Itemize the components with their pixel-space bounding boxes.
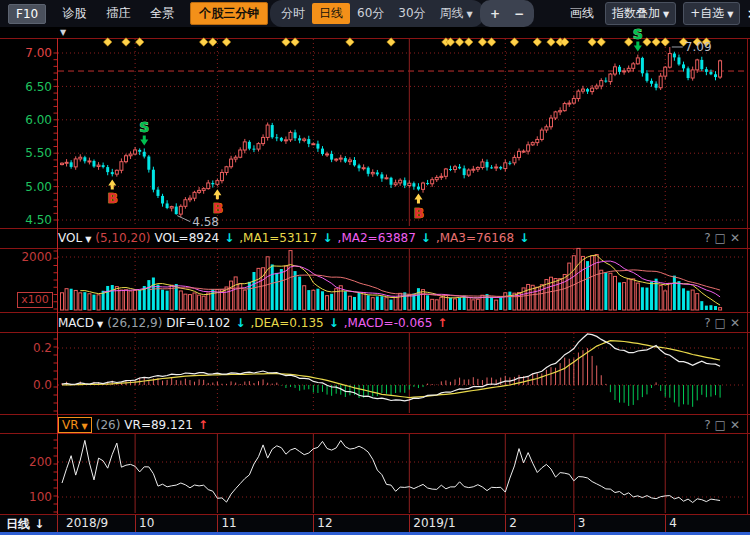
vr-axis-label: 100 — [2, 491, 52, 503]
date-separator — [505, 515, 506, 532]
period-switcher: 分时 日线 60分 30分 周线▼ — [270, 0, 484, 27]
trade-signals: BSBBS — [107, 26, 643, 221]
vr-axis-label: 200 — [2, 456, 52, 468]
maximize-icon[interactable]: □ — [715, 231, 730, 245]
vol-pane-header: VOL▼ (5,10,20) VOL=8924 ↓ ,MA1=53117 ↓ ,… — [58, 229, 746, 247]
vr-indicator-selector[interactable]: VR▼ — [58, 417, 92, 433]
price-axis-label: 5.50 — [2, 147, 52, 159]
svg-text:B: B — [413, 205, 424, 221]
vr-params: (26) — [96, 418, 121, 432]
svg-text:B: B — [107, 190, 118, 206]
close-icon[interactable]: ✕ — [730, 418, 744, 432]
chevron-down-icon: ▼ — [467, 10, 473, 19]
date-label: 4 — [669, 516, 677, 530]
zoom-controls: + − — [480, 0, 534, 27]
help-icon[interactable]: ? — [704, 231, 714, 245]
pane-buttons: ?□✕ — [704, 418, 744, 432]
vol-unit-label: x100 — [17, 292, 53, 308]
help-icon[interactable]: ? — [704, 418, 714, 432]
add-watchlist-button[interactable]: +自选▼ — [683, 2, 740, 25]
macd-axis-label: 0.0 — [2, 379, 52, 391]
macd-indicator-selector[interactable]: MACD▼ — [58, 316, 103, 330]
maximize-icon[interactable]: □ — [715, 316, 730, 330]
zoom-in-button[interactable]: + — [490, 5, 500, 23]
svg-text:7.09: 7.09 — [685, 40, 712, 54]
date-separator — [665, 515, 666, 532]
chart-dropdown-icon[interactable]: ▼ — [60, 28, 66, 37]
up-arrow-icon: ↑ — [437, 316, 447, 330]
down-arrow-icon: ↓ — [323, 231, 333, 245]
macd-dif: DIF=0.102 — [166, 316, 230, 330]
date-label: 2 — [509, 516, 517, 530]
stock-3min-button[interactable]: 个股三分钟 — [190, 2, 268, 25]
tab-weekly[interactable]: 周线▼ — [433, 3, 480, 24]
chart-canvas[interactable]: BSBBS4.587.09 — [0, 0, 750, 535]
close-icon[interactable]: ✕ — [730, 316, 744, 330]
svg-text:S: S — [139, 119, 149, 135]
price-axis-label: 6.00 — [2, 114, 52, 126]
date-separator — [313, 515, 314, 532]
top-toolbar: F10 诊股 擂庄 全景 个股三分钟 分时 日线 60分 30分 周线▼ + −… — [0, 0, 750, 27]
svg-text:4.58: 4.58 — [192, 215, 219, 229]
price-axis-label: 5.00 — [2, 181, 52, 193]
tab-30min[interactable]: 30分 — [391, 3, 432, 24]
help-icon[interactable]: ? — [704, 316, 714, 330]
vol-ma3: ,MA3=76168 — [436, 231, 514, 245]
vol-axis-label: 2000 — [2, 251, 52, 263]
vol-params: (5,10,20) — [95, 231, 150, 245]
chevron-down-icon: ▼ — [85, 235, 91, 244]
toolbar-right: 画线 指数叠加▼ +自选▼ >| — [566, 0, 750, 27]
vol-indicator-selector[interactable]: VOL▼ — [58, 231, 91, 245]
date-separator — [217, 515, 218, 532]
svg-text:S: S — [633, 26, 643, 42]
volume-bars — [61, 248, 722, 310]
draw-line-button[interactable]: 画线 — [566, 3, 598, 24]
zoom-out-button[interactable]: − — [514, 5, 524, 23]
down-arrow-icon: ↓ — [519, 231, 529, 245]
tab-fenshi[interactable]: 分时 — [274, 3, 312, 24]
pane-buttons: ?□✕ — [704, 316, 744, 330]
date-label: 10 — [139, 516, 154, 530]
date-separator — [409, 515, 410, 532]
chevron-down-icon: ▼ — [663, 10, 669, 19]
macd-params: (26,12,9) — [107, 316, 162, 330]
date-label: 2018/9 — [66, 516, 108, 530]
date-label: 3 — [578, 516, 586, 530]
down-arrow-icon: ↓ — [421, 231, 431, 245]
down-arrow-icon: ↓ — [329, 316, 339, 330]
event-diamonds — [103, 38, 710, 46]
tab-daily[interactable]: 日线 — [312, 3, 350, 24]
candlesticks — [61, 47, 722, 217]
vol-value: VOL=8924 — [154, 231, 219, 245]
down-arrow-icon: ↓ — [235, 316, 245, 330]
chevron-down-icon: ▼ — [727, 10, 733, 19]
grid-lines — [58, 39, 746, 513]
down-arrow-icon: ↓ — [30, 517, 44, 531]
vr-line — [62, 440, 720, 502]
macd-axis-label: 0.2 — [2, 342, 52, 354]
vol-ma1: ,MA1=53117 — [239, 231, 317, 245]
vol-ma2: ,MA2=63887 — [338, 231, 416, 245]
f10-button[interactable]: F10 — [8, 4, 46, 24]
index-overlay-button[interactable]: 指数叠加▼ — [605, 2, 676, 25]
date-separator — [135, 515, 136, 532]
menu-diagnose[interactable]: 诊股 — [58, 3, 90, 24]
tab-60min[interactable]: 60分 — [350, 3, 391, 24]
date-separator — [574, 515, 575, 532]
macd-dea: ,DEA=0.135 — [250, 316, 323, 330]
pane-separators — [0, 38, 750, 515]
macd-value: ,MACD=-0.065 — [344, 316, 433, 330]
date-label: 2019/1 — [413, 516, 455, 530]
chevron-down-icon: ▼ — [82, 422, 88, 431]
period-indicator: 日线 ↓ — [6, 516, 44, 533]
menu-panorama[interactable]: 全景 — [146, 3, 178, 24]
down-arrow-icon: ↓ — [224, 231, 234, 245]
menu-leizhuang[interactable]: 擂庄 — [102, 3, 134, 24]
date-axis-bar: 日线 ↓ 2018/91011122019/1234 — [0, 515, 750, 532]
close-icon[interactable]: ✕ — [730, 231, 744, 245]
date-label: 12 — [317, 516, 332, 530]
macd-pane-header: MACD▼ (26,12,9) DIF=0.102 ↓ ,DEA=0.135 ↓… — [58, 314, 746, 332]
maximize-icon[interactable]: □ — [715, 418, 730, 432]
trading-app-window: BSBBS4.587.09 F10 诊股 擂庄 全景 个股三分钟 分时 日线 6… — [0, 0, 750, 535]
date-separator — [57, 515, 58, 532]
